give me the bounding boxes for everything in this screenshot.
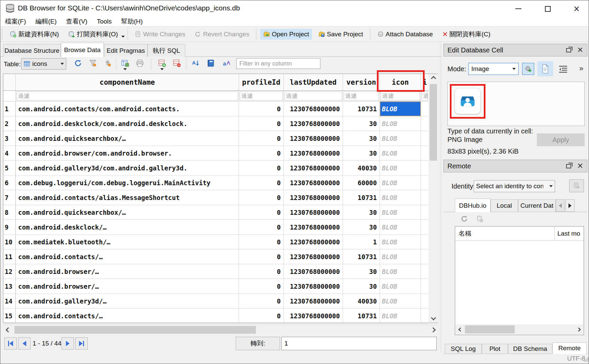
cell-version[interactable]: 30 xyxy=(343,116,380,131)
row-number[interactable]: 10 xyxy=(3,235,16,249)
cell-componentName[interactable]: com.android.gallery3d/com.android.galler… xyxy=(16,161,239,175)
column-filter-input[interactable]: 過濾 xyxy=(16,91,238,100)
cell-lastUpdated[interactable]: 1230768000000 xyxy=(284,249,343,264)
cell-partial[interactable] xyxy=(421,249,429,264)
cell-version[interactable]: 30 xyxy=(343,205,380,220)
cell-version[interactable]: 30 xyxy=(343,264,380,279)
any-column-filter-input[interactable] xyxy=(236,58,320,69)
cell-lastUpdated[interactable]: 1230768000000 xyxy=(284,264,343,279)
cell-profileId[interactable]: 0 xyxy=(239,190,284,205)
cell-version[interactable]: 10731 xyxy=(343,102,380,116)
insert-record-icon[interactable] xyxy=(158,59,166,68)
row-number[interactable]: 4 xyxy=(3,146,16,161)
cell-lastUpdated[interactable]: 1230768000000 xyxy=(284,205,343,220)
dock-tab-db-schema[interactable]: DB Schema xyxy=(508,344,552,354)
cell-version[interactable]: 30 xyxy=(343,220,380,235)
write-changes-button[interactable]: Write Changes xyxy=(132,29,188,40)
cell-componentName[interactable]: com.android.deskclock/… xyxy=(16,220,239,235)
column-filter-input[interactable]: 過濾 xyxy=(422,91,428,100)
cell-lastUpdated[interactable]: 1230768000000 xyxy=(284,175,343,190)
cell-partial[interactable] xyxy=(421,175,429,190)
cell-lastUpdated[interactable]: 1230768000000 xyxy=(284,131,343,146)
column-header-profileId[interactable]: profileId xyxy=(239,74,284,90)
panel-splitter[interactable] xyxy=(441,43,441,352)
row-number[interactable]: 1 xyxy=(3,102,16,116)
cell-componentName[interactable]: com.mediatek.bluetooth/… xyxy=(16,235,239,249)
dock-tab-plot[interactable]: Plot xyxy=(482,344,508,354)
cell-partial[interactable] xyxy=(421,264,429,279)
cell-partial[interactable] xyxy=(421,279,429,294)
cell-profileId[interactable]: 0 xyxy=(239,161,284,175)
cell-lastUpdated[interactable]: 1230768000000 xyxy=(284,294,343,309)
cell-partial[interactable] xyxy=(421,220,429,235)
scroll-right-button[interactable] xyxy=(574,324,583,334)
cell-version[interactable]: 1 xyxy=(343,235,380,249)
cell-componentName[interactable]: com.android.contacts/com.android.contact… xyxy=(16,102,239,116)
cell-componentName[interactable]: com.android.browser/com.android.browser. xyxy=(16,146,239,161)
float-panel-icon[interactable] xyxy=(566,164,571,168)
cell-componentName[interactable]: com.android.browser/… xyxy=(16,279,239,294)
cell-version[interactable]: 60000 xyxy=(343,175,380,190)
next-page-button[interactable] xyxy=(62,337,74,350)
table-select[interactable]: icons xyxy=(21,58,66,70)
grid-vertical-scrollbar[interactable] xyxy=(429,74,438,323)
cell-componentName[interactable]: com.android.quicksearchbox/… xyxy=(16,131,239,146)
cell-componentName[interactable]: com.android.browser/… xyxy=(16,264,239,279)
vertical-scroll-thumb[interactable] xyxy=(430,84,437,161)
row-number[interactable]: 7 xyxy=(3,190,16,205)
scroll-right-button[interactable] xyxy=(428,325,438,335)
remote-column-last-modified[interactable]: Last mo xyxy=(555,227,584,240)
cell-lastUpdated[interactable]: 1230768000000 xyxy=(284,235,343,249)
cell-componentName[interactable]: com.android.contacts/alias.MessageShortc… xyxy=(16,190,239,205)
encoding-status[interactable]: UTF-8 xyxy=(567,355,585,362)
menu-file[interactable]: 檔案(F) xyxy=(0,16,31,26)
row-number[interactable]: 11 xyxy=(3,249,16,264)
cell-profileId[interactable]: 0 xyxy=(239,294,284,309)
resize-grip[interactable] xyxy=(584,357,589,362)
apply-button[interactable]: Apply xyxy=(537,133,585,146)
cell-lastUpdated[interactable]: 1230768000000 xyxy=(284,116,343,131)
cell-profileId[interactable]: 0 xyxy=(239,205,284,220)
cell-partial[interactable] xyxy=(421,131,429,146)
save-project-button[interactable]: Save Project xyxy=(315,29,366,40)
maximize-button[interactable] xyxy=(540,4,555,13)
cell-version[interactable]: 30 xyxy=(343,131,380,146)
cell-icon-blob[interactable]: BLOB xyxy=(380,175,421,190)
cell-version[interactable]: 40030 xyxy=(343,161,380,175)
cell-partial[interactable] xyxy=(421,116,429,131)
cell-version[interactable]: 10731 xyxy=(343,309,380,323)
cell-lastUpdated[interactable]: 1230768000000 xyxy=(284,146,343,161)
cell-partial[interactable] xyxy=(421,190,429,205)
mode-select[interactable]: Image xyxy=(468,63,519,75)
cell-profileId[interactable]: 0 xyxy=(239,131,284,146)
cell-partial[interactable] xyxy=(421,205,429,220)
cell-componentName[interactable]: com.android.quicksearchbox/… xyxy=(16,205,239,220)
cell-profileId[interactable]: 0 xyxy=(239,116,284,131)
cell-componentName[interactable]: com.android.contacts/… xyxy=(16,309,239,323)
goto-button[interactable]: 轉到: xyxy=(236,337,280,350)
import-certificate-button[interactable] xyxy=(569,179,584,192)
sort-ascending-icon[interactable]: A xyxy=(191,59,200,68)
cell-icon-blob[interactable]: BLOB xyxy=(380,264,421,279)
tab-scroll-right-button[interactable] xyxy=(565,199,575,212)
corner-header[interactable] xyxy=(3,74,16,90)
cell-lastUpdated[interactable]: 1230768000000 xyxy=(284,102,343,116)
row-number[interactable]: 15 xyxy=(3,309,16,323)
row-number[interactable]: 2 xyxy=(3,116,16,131)
cell-icon-blob[interactable]: BLOB xyxy=(380,279,421,294)
cell-version[interactable]: 10731 xyxy=(343,190,380,205)
tab-browse-data[interactable]: Browse Data xyxy=(61,43,104,57)
cell-profileId[interactable]: 0 xyxy=(239,279,284,294)
cell-icon-blob[interactable]: BLOB xyxy=(380,190,421,205)
cell-icon-blob[interactable]: BLOB xyxy=(380,249,421,264)
remote-horizontal-scrollbar[interactable] xyxy=(456,324,583,334)
menu-view[interactable]: 查看(V) xyxy=(62,16,92,26)
scroll-up-button[interactable] xyxy=(429,74,438,83)
tab-execute-sql[interactable]: 執行 SQL xyxy=(148,44,185,57)
column-header-componentName[interactable]: componentName xyxy=(16,74,239,90)
cell-version[interactable]: 40030 xyxy=(343,294,380,309)
cell-icon-blob[interactable]: BLOB xyxy=(380,220,421,235)
dock-tab-sql-log[interactable]: SQL Log xyxy=(445,344,482,354)
cell-profileId[interactable]: 0 xyxy=(239,220,284,235)
cell-profileId[interactable]: 0 xyxy=(239,264,284,279)
